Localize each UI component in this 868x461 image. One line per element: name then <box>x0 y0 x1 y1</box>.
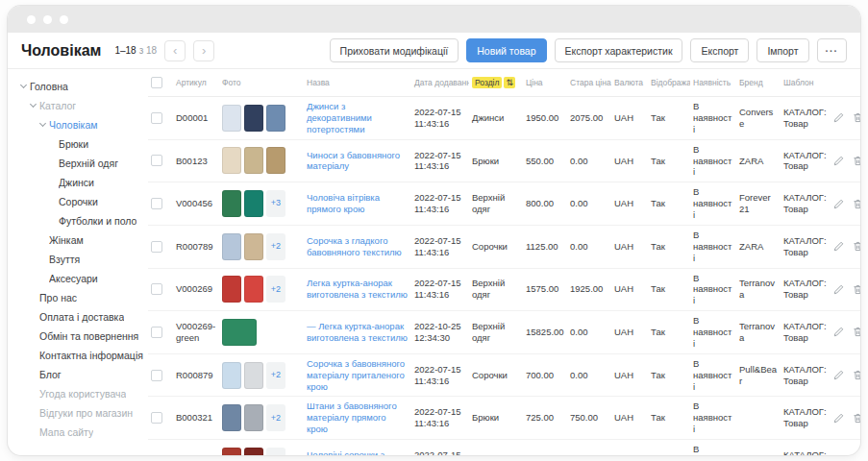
edit-icon[interactable] <box>832 369 845 381</box>
delete-icon[interactable] <box>852 111 860 124</box>
column-header-brand[interactable]: Бренд <box>736 69 781 97</box>
row-checkbox[interactable] <box>151 327 162 338</box>
select-all-checkbox[interactable] <box>151 77 162 88</box>
sidebar-item[interactable]: Оплата і доставка <box>19 307 144 327</box>
delete-icon[interactable] <box>852 240 860 253</box>
row-checkbox[interactable] <box>151 155 162 166</box>
sidebar-item[interactable]: Сорочки <box>19 192 144 211</box>
delete-icon[interactable] <box>852 283 860 296</box>
prev-page-button[interactable]: ‹ <box>164 40 186 61</box>
sort-icon[interactable]: ⇅ <box>504 77 515 88</box>
sidebar-item[interactable]: Каталог <box>19 96 144 115</box>
more-photos-badge[interactable]: +2 <box>266 404 285 431</box>
product-photo[interactable] <box>222 276 241 303</box>
delete-icon[interactable] <box>852 198 860 210</box>
product-name-link[interactable]: Чоловіча вітрівка прямого крою <box>307 192 380 214</box>
sidebar-item[interactable]: Відгуки про магазин <box>19 403 144 423</box>
edit-icon[interactable] <box>832 155 845 167</box>
product-photo[interactable] <box>244 404 263 431</box>
sidebar-item[interactable]: Джинси <box>19 173 144 192</box>
export-button[interactable]: Експорт <box>690 38 749 62</box>
sidebar-item[interactable]: Взуття <box>19 250 144 269</box>
row-checkbox[interactable] <box>151 412 162 424</box>
product-name-link[interactable]: Джинси з декоративними потертостями <box>307 101 372 134</box>
sidebar-item[interactable]: Угода користувача <box>19 384 144 403</box>
delete-icon[interactable] <box>852 454 860 455</box>
sidebar-item[interactable]: Про нас <box>19 288 144 307</box>
product-photo[interactable] <box>222 233 241 260</box>
row-checkbox[interactable] <box>151 112 162 124</box>
column-header-photo[interactable]: Фото <box>219 69 304 97</box>
product-photo[interactable] <box>244 448 263 455</box>
sidebar-item[interactable]: Жінкам <box>19 230 144 250</box>
edit-icon[interactable] <box>832 326 845 338</box>
more-photos-badge[interactable]: +2 <box>266 276 285 303</box>
product-photo[interactable] <box>244 190 263 217</box>
sidebar-item[interactable]: Блог <box>19 365 144 384</box>
sidebar-item[interactable]: Чоловікам <box>19 115 144 134</box>
row-checkbox[interactable] <box>151 370 162 381</box>
column-header-name[interactable]: Назва <box>304 69 411 97</box>
delete-icon[interactable] <box>852 369 860 381</box>
sidebar-item[interactable]: Верхній одяг <box>19 154 144 173</box>
export-characteristics-button[interactable]: Експорт характеристик <box>555 38 683 62</box>
more-photos-badge[interactable]: +3 <box>266 190 285 217</box>
product-photo[interactable] <box>244 105 263 132</box>
delete-icon[interactable] <box>852 326 860 338</box>
row-checkbox[interactable] <box>151 198 162 209</box>
product-photo[interactable] <box>222 448 241 455</box>
hide-modifications-button[interactable]: Приховати модифікації <box>330 38 459 62</box>
product-photo[interactable] <box>244 276 263 303</box>
import-button[interactable]: Імпорт <box>756 38 808 62</box>
product-photo[interactable] <box>222 362 241 389</box>
product-photo[interactable] <box>222 319 257 346</box>
product-photo[interactable] <box>222 404 241 431</box>
more-photos-badge[interactable]: +2 <box>266 448 285 455</box>
sidebar-item[interactable]: Головна <box>19 77 144 96</box>
column-header-article[interactable]: Артикул <box>173 69 219 97</box>
more-photos-badge[interactable]: +2 <box>266 233 285 260</box>
edit-icon[interactable] <box>832 198 845 210</box>
column-header-old_price[interactable]: Стара ціна <box>567 69 611 97</box>
edit-icon[interactable] <box>832 412 845 425</box>
product-photo[interactable] <box>244 233 263 260</box>
product-photo[interactable] <box>244 147 263 174</box>
next-page-button[interactable]: › <box>193 40 214 61</box>
edit-icon[interactable] <box>832 454 845 455</box>
more-photos-badge[interactable]: +2 <box>266 362 285 389</box>
sidebar-item[interactable]: Брюки <box>19 134 144 154</box>
product-photo[interactable] <box>266 105 285 132</box>
column-header-section[interactable]: Розділ⇅ <box>469 69 523 97</box>
delete-icon[interactable] <box>852 155 860 167</box>
product-name-link[interactable]: — Легка куртка-анорак виготовлена з текс… <box>307 321 408 343</box>
product-photo[interactable] <box>244 362 263 389</box>
product-name-link[interactable]: Сорочка з бавовняного матеріалу притален… <box>307 358 405 392</box>
edit-icon[interactable] <box>832 283 845 296</box>
column-header-date[interactable]: Дата додавання <box>411 69 469 97</box>
row-checkbox[interactable] <box>151 241 162 253</box>
product-name-link[interactable]: Штани з бавовняного матеріалу прямого кр… <box>307 400 397 434</box>
product-photo[interactable] <box>266 147 285 174</box>
column-header-template[interactable]: Шаблон <box>781 69 832 97</box>
column-header-currency[interactable]: Валюта <box>611 69 648 97</box>
column-header-availability[interactable]: Наявність <box>690 69 736 97</box>
product-photo[interactable] <box>222 147 241 174</box>
more-actions-button[interactable]: ··· <box>817 38 848 62</box>
sidebar-item[interactable]: Мапа сайту <box>19 423 144 442</box>
delete-icon[interactable] <box>852 412 860 425</box>
sidebar-item[interactable]: Футболки и поло <box>19 211 144 230</box>
product-name-link[interactable]: Чоловічі сорочки з легкого текстилю <box>307 449 384 455</box>
row-checkbox[interactable] <box>151 283 162 295</box>
sidebar-item[interactable]: Обмін та повернення <box>19 327 144 346</box>
product-name-link[interactable]: Сорочка з гладкого бавовняного текстилю <box>307 235 402 257</box>
product-photo[interactable] <box>222 190 241 217</box>
product-name-link[interactable]: Легка куртка-анорак виготовлена з тексти… <box>307 278 408 300</box>
column-header-price[interactable]: Ціна <box>523 69 567 97</box>
edit-icon[interactable] <box>832 111 845 124</box>
product-name-link[interactable]: Чиноси з бавовняного матеріалу <box>307 150 400 172</box>
new-product-button[interactable]: Новий товар <box>466 38 546 62</box>
sidebar-item[interactable]: Контактна інформація <box>19 346 144 365</box>
product-photo[interactable] <box>222 105 241 132</box>
column-header-display[interactable]: Відображати <box>648 69 690 97</box>
sidebar-item[interactable]: Аксесуари <box>19 269 144 288</box>
